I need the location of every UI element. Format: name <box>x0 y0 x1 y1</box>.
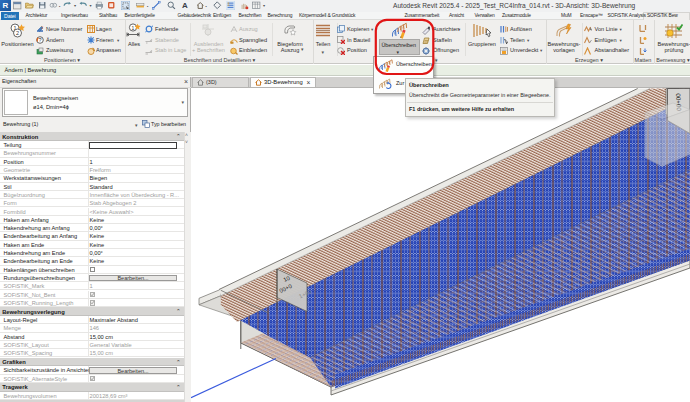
svg-text:2: 2 <box>16 30 19 36</box>
svg-text:2: 2 <box>41 25 44 30</box>
svg-text:1: 1 <box>132 25 135 31</box>
svg-text:?: ? <box>38 37 41 43</box>
svg-text:A: A <box>182 2 188 11</box>
